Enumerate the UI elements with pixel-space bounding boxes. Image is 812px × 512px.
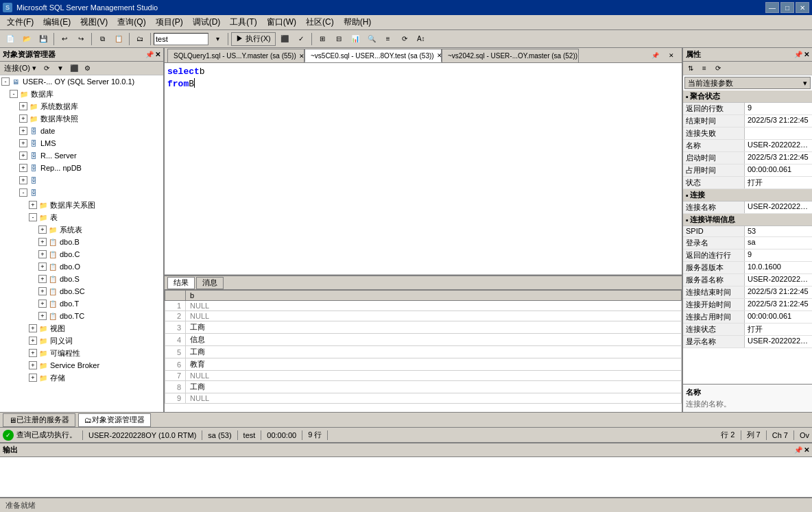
- results-tab-messages[interactable]: 消息: [196, 277, 224, 289]
- toolbar-btn6[interactable]: ⟳: [397, 32, 412, 46]
- menu-query[interactable]: 查询(Q): [113, 15, 150, 29]
- menu-tools[interactable]: 工具(T): [226, 15, 261, 29]
- sb-expand[interactable]: +: [29, 361, 37, 369]
- dboT-node[interactable]: + 📋 dbo.T: [0, 297, 163, 310]
- menu-view[interactable]: 视图(V): [76, 15, 112, 29]
- tab-pin[interactable]: 📌: [647, 49, 662, 62]
- active-db-node[interactable]: - 🗄: [0, 186, 163, 199]
- nav-tab-oe[interactable]: 🗂 对象资源管理器: [78, 413, 151, 427]
- diag-expand[interactable]: +: [29, 201, 37, 209]
- dboc-expand[interactable]: +: [38, 250, 47, 258]
- systables-expand[interactable]: +: [38, 225, 47, 234]
- toolbar-btn7[interactable]: A↕: [414, 32, 429, 46]
- dboS-node[interactable]: + 📋 dbo.S: [0, 273, 163, 285]
- synonyms-node[interactable]: + 📁 同义词: [0, 334, 163, 347]
- menu-edit[interactable]: 编辑(E): [39, 15, 75, 29]
- parse-button[interactable]: ✓: [294, 32, 309, 46]
- db-selector[interactable]: [154, 33, 208, 45]
- minimize-button[interactable]: —: [765, 2, 779, 13]
- new-query-button[interactable]: 📄: [3, 32, 18, 46]
- datedb-expand[interactable]: +: [19, 127, 27, 135]
- output-controls[interactable]: 📌 ✕: [794, 446, 809, 454]
- server-node[interactable]: - 🖥 USER-... OY (SQL Server 10.0.1): [0, 75, 163, 88]
- prop-close[interactable]: ✕: [804, 51, 809, 58]
- oe-connect-button[interactable]: 连接(O) ▾: [1, 63, 39, 73]
- dbsnapshot-expand[interactable]: +: [19, 114, 27, 123]
- dbot-expand[interactable]: +: [38, 300, 47, 308]
- tab-1[interactable]: ~vs5CE0.sql - USER...8OY.test (sa (53)) …: [304, 49, 442, 62]
- oe-header-controls[interactable]: 📌 ✕: [145, 51, 160, 58]
- open-button[interactable]: 📂: [19, 32, 34, 46]
- repdb-expand[interactable]: +: [19, 164, 27, 172]
- tree-view[interactable]: - 🖥 USER-... OY (SQL Server 10.0.1) - 📁 …: [0, 75, 163, 412]
- tab-0[interactable]: SQLQuery1.sql - US...Y.master (sa (55)) …: [167, 49, 304, 62]
- databases-expand[interactable]: -: [10, 90, 18, 98]
- maximize-button[interactable]: □: [780, 2, 794, 13]
- service-broker-node[interactable]: + 📁 Service Broker: [0, 359, 163, 371]
- storage-node[interactable]: + 📁 存储: [0, 371, 163, 384]
- prog-expand[interactable]: +: [29, 349, 37, 357]
- prop-category-btn[interactable]: ≡: [698, 63, 710, 74]
- editor-scroll-area[interactable]: select b from B: [165, 63, 682, 275]
- object-explorer-button[interactable]: 🗂: [132, 32, 147, 46]
- window-controls[interactable]: — □ ✕: [765, 2, 809, 13]
- tab-1-close[interactable]: ✕: [437, 52, 442, 59]
- prop-pin[interactable]: 📌: [794, 51, 802, 58]
- rep-db-node[interactable]: + 🗄 Rep... npDB: [0, 162, 163, 174]
- toolbar-btn5[interactable]: ≡: [381, 32, 396, 46]
- output-pin[interactable]: 📌: [794, 446, 802, 454]
- dboB-node[interactable]: + 📋 dbo.B: [0, 236, 163, 248]
- syn-expand[interactable]: +: [29, 337, 37, 345]
- execute-button[interactable]: ▶ 执行(X): [231, 32, 276, 46]
- undo-button[interactable]: ↩: [57, 32, 72, 46]
- copy-button[interactable]: ⧉: [95, 32, 110, 46]
- tab-panel-close[interactable]: ✕: [664, 49, 679, 62]
- rserver-expand[interactable]: +: [19, 151, 27, 160]
- toolbar-btn4[interactable]: 🔍: [364, 32, 379, 46]
- dboSC-node[interactable]: + 📋 dbo.SC: [0, 285, 163, 297]
- dboTC-node[interactable]: + 📋 dbo.TC: [0, 310, 163, 322]
- dbos-expand[interactable]: +: [38, 275, 47, 283]
- dboO-node[interactable]: + 📋 dbo.O: [0, 260, 163, 273]
- databases-node[interactable]: - 📁 数据库: [0, 88, 163, 100]
- oe-close-button[interactable]: ✕: [155, 51, 160, 58]
- diagram-node[interactable]: + 📁 数据库关系图: [0, 199, 163, 211]
- tab-2[interactable]: ~vs2042.sql - USER-...OY.master (sa (52)…: [442, 49, 579, 62]
- oe-filter-button[interactable]: ▼: [54, 63, 67, 74]
- prop-sort-btn[interactable]: ⇅: [684, 63, 697, 74]
- db-dropdown-button[interactable]: ▾: [210, 32, 225, 46]
- results-tab-results[interactable]: 结果: [167, 277, 195, 289]
- stop-button[interactable]: ⬛: [277, 32, 292, 46]
- storage-expand[interactable]: +: [29, 374, 37, 382]
- tab-0-close[interactable]: ✕: [299, 53, 304, 60]
- db3-node[interactable]: + 🗄: [0, 174, 163, 186]
- oe-pin-button[interactable]: 📌: [145, 51, 154, 58]
- db-snapshot-node[interactable]: + 📁 数据库快照: [0, 112, 163, 125]
- menu-project[interactable]: 项目(P): [152, 15, 187, 29]
- system-db-node[interactable]: + 📁 系统数据库: [0, 100, 163, 112]
- dboC-node[interactable]: + 📋 dbo.C: [0, 248, 163, 260]
- tables-node[interactable]: - 📁 表: [0, 211, 163, 223]
- r-server-node[interactable]: + 🗄 R... Server: [0, 149, 163, 162]
- date-db-node[interactable]: + 🗄 date: [0, 125, 163, 137]
- activedb-expand[interactable]: -: [19, 188, 27, 197]
- dbotc-expand[interactable]: +: [38, 312, 47, 320]
- programmability-node[interactable]: + 📁 可编程性: [0, 347, 163, 359]
- db3-expand[interactable]: +: [19, 176, 27, 184]
- menu-file[interactable]: 文件(F): [3, 15, 38, 29]
- lms-db-node[interactable]: + 🗄 LMS: [0, 137, 163, 149]
- prop-dropdown[interactable]: 当前连接参数 ▾: [684, 77, 811, 89]
- sysdb-expand[interactable]: +: [19, 102, 27, 110]
- sys-tables-node[interactable]: + 📁 系统表: [0, 223, 163, 236]
- prop-refresh-btn[interactable]: ⟳: [712, 63, 724, 74]
- nav-tab-registered[interactable]: 🖥 已注册的服务器: [3, 413, 75, 427]
- menu-debug[interactable]: 调试(D): [189, 15, 225, 29]
- redo-button[interactable]: ↪: [73, 32, 88, 46]
- oe-refresh-button[interactable]: ⟳: [40, 63, 53, 74]
- dboo-expand[interactable]: +: [38, 263, 47, 271]
- menu-community[interactable]: 社区(C): [302, 15, 338, 29]
- close-button[interactable]: ✕: [796, 2, 809, 13]
- paste-button[interactable]: 📋: [111, 32, 126, 46]
- views-node[interactable]: + 📁 视图: [0, 322, 163, 334]
- menu-window[interactable]: 窗口(W): [263, 15, 300, 29]
